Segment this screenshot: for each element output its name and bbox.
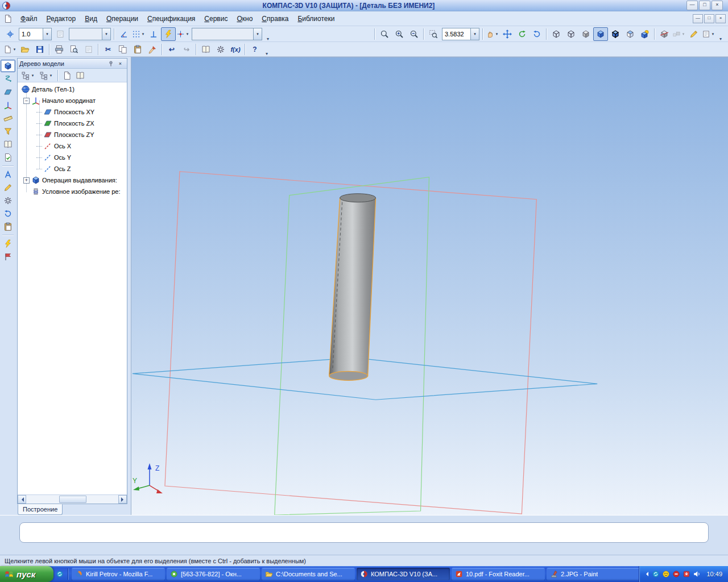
tree-item-axis-x[interactable]: Ось X [18,140,127,152]
current-layer-button[interactable] [53,27,68,41]
tray-messenger-icon[interactable] [662,570,670,578]
panel-measurements-button[interactable] [1,112,15,124]
mdi-restore-button[interactable]: □ [704,14,714,23]
model-tree-body[interactable]: Деталь (Тел-1) − Начало координат Плоско… [18,82,127,494]
panel-rotate-button[interactable] [1,207,15,220]
window-maximize-button[interactable]: □ [699,1,710,10]
menu-service[interactable]: Сервис [200,13,232,24]
cut-button[interactable]: ✂ [101,43,115,56]
tree-item-part[interactable]: Деталь (Тел-1) [18,84,127,95]
save-button[interactable] [32,43,47,56]
scroll-left-button[interactable] [18,495,26,504]
toolbar-overflow-button[interactable]: ▾ [264,36,271,41]
task-kompas[interactable]: КОМПАС-3D V10 (ЗА... [357,568,450,580]
tree-item-plane-xy[interactable]: Плоскость XY [18,106,127,118]
fx-button[interactable]: f(x) [228,43,243,56]
orientation-dropdown-icon[interactable]: ▾ [710,32,715,36]
tree-item-origin[interactable]: − Начало координат [18,95,127,106]
menu-libraries[interactable]: Библиотеки [293,13,339,24]
redo-button[interactable]: ↪ [179,43,194,56]
paste-button[interactable] [130,43,145,56]
tree-item-thread-image[interactable]: Условное изображение ре: [18,186,127,197]
toolbar-overflow-button[interactable]: ▾ [717,36,724,41]
tree-item-extrusion[interactable]: + Операция выдавливания: [18,174,127,186]
tray-download-icon[interactable] [672,570,680,578]
tree-item-axis-z[interactable]: Ось Z [18,163,127,174]
move-view-button[interactable] [500,27,515,41]
panel-reports-button[interactable] [1,151,15,164]
specification-button[interactable] [198,43,213,56]
menu-window[interactable]: Окно [232,13,257,24]
panel-surfaces-button[interactable] [1,86,15,98]
zoom-area-button[interactable] [426,27,441,41]
cursor-step-combo[interactable]: 1.0 ▾ [19,28,52,40]
open-document-button[interactable] [18,43,32,56]
task-firefox[interactable]: Kirill Petrov - Mozilla F... [72,568,165,580]
tree-structure-view-button[interactable]: ▾ [19,69,37,82]
ortho-drawing-button[interactable] [146,27,161,41]
grid-button[interactable]: ▾ [131,27,146,41]
panel-auxiliary-geometry-button[interactable] [1,99,15,111]
cylinder-bottom-face[interactable] [329,371,368,380]
display-hidden-thin-button[interactable] [564,27,578,41]
task-messenger[interactable]: [563-376-822] - Окн... [167,568,260,580]
quick-launch-icon[interactable] [56,570,64,578]
zoom-scale-combo[interactable]: 3.5832 ▾ [442,28,479,40]
task-foxit[interactable]: 10.pdf - Foxit Reader... [452,568,545,580]
tree-view-dropdown-icon[interactable]: ▾ [30,73,35,78]
simplify-display-button[interactable]: ▾ [672,27,686,41]
panel-design-elements-button[interactable] [1,168,15,181]
menu-operations[interactable]: Операции [102,13,143,24]
zoom-out-button[interactable] [407,27,421,41]
collapse-toggle[interactable]: − [23,98,30,104]
display-hidden-removed-button[interactable] [578,27,593,41]
pan-dropdown-icon[interactable]: ▾ [494,32,499,36]
scrollbar-track[interactable] [26,495,118,504]
print-button[interactable] [52,43,67,56]
tree-relations-button[interactable] [74,69,86,82]
property-bar-input[interactable] [19,522,709,543]
print-preview-button[interactable] [67,43,81,56]
window-close-button[interactable]: × [712,1,723,10]
zoom-select-button[interactable] [377,27,392,41]
combo-dropdown-icon[interactable]: ▾ [470,28,479,40]
scrollbar-thumb[interactable] [59,496,86,503]
tab-construction[interactable]: Построение [18,504,63,515]
volume-icon[interactable] [693,570,701,578]
context-help-button[interactable]: ? [247,43,262,56]
cursor-step-button[interactable] [3,27,18,41]
tree-item-plane-zx[interactable]: Плоскость ZX [18,118,127,129]
start-button[interactable]: пуск [0,566,53,582]
snaps-dropdown-icon[interactable]: ▾ [185,32,190,36]
task-explorer[interactable]: C:\Documents and Se... [262,568,355,580]
menu-help[interactable]: Справка [257,13,293,24]
scroll-right-button[interactable] [118,495,127,504]
panel-macros-button[interactable] [1,251,15,263]
panel-snaps-button[interactable] [1,238,15,250]
window-minimize-button[interactable]: — [686,1,698,10]
page-layout-button[interactable] [81,43,96,56]
copy-properties-button[interactable] [145,43,160,56]
panel-filters-button[interactable] [1,125,15,138]
tree-item-plane-zy[interactable]: Плоскость ZY [18,129,127,140]
tree-composition-dropdown-icon[interactable]: ▾ [48,73,53,78]
undo-button[interactable]: ↩ [164,43,179,56]
display-wireframe-button[interactable] [549,27,564,41]
tree-report-button[interactable] [61,69,73,82]
display-shaded-edges-button[interactable] [608,27,623,41]
taskbar-clock[interactable]: 10:49 [706,571,722,577]
panel-clipboard-button[interactable] [1,221,15,233]
display-shaded-button[interactable] [593,27,608,41]
task-paint[interactable]: 2.JPG - Paint [547,568,639,580]
menu-file[interactable]: Файл [16,13,42,24]
panel-edit-part-button[interactable] [1,60,15,72]
viewport-canvas[interactable]: Z Y [131,57,728,515]
zoom-in-button[interactable] [392,27,407,41]
copy-button[interactable] [115,43,130,56]
toolbar-overflow-button[interactable]: ▾ [263,51,270,56]
tree-horizontal-scrollbar[interactable] [18,494,127,504]
new-document-dropdown-icon[interactable]: ▾ [12,47,17,52]
variables-button[interactable] [213,43,228,56]
section-display-button[interactable] [657,27,672,41]
orientation-button[interactable]: ▾ [701,27,716,41]
